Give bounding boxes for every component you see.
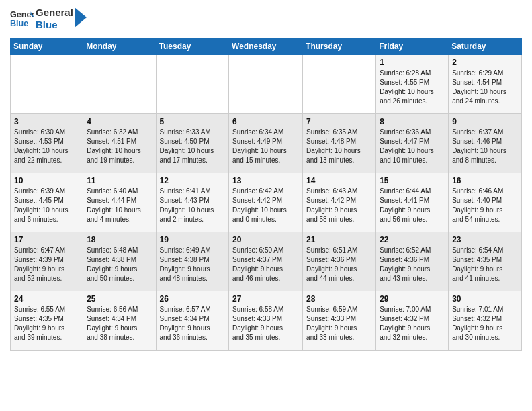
day-number: 9: [452, 117, 518, 126]
day-info: Sunrise: 6:54 AM Sunset: 4:35 PM Dayligh…: [452, 246, 518, 283]
day-number: 23: [452, 235, 518, 244]
day-number: 11: [87, 176, 152, 185]
day-info: Sunrise: 6:46 AM Sunset: 4:40 PM Dayligh…: [452, 187, 518, 224]
day-number: 3: [14, 117, 79, 126]
day-info: Sunrise: 6:47 AM Sunset: 4:39 PM Dayligh…: [14, 246, 79, 283]
day-number: 27: [232, 294, 299, 304]
day-info: Sunrise: 6:58 AM Sunset: 4:33 PM Dayligh…: [232, 305, 299, 342]
day-info: Sunrise: 6:48 AM Sunset: 4:38 PM Dayligh…: [87, 246, 152, 283]
day-info: Sunrise: 6:56 AM Sunset: 4:34 PM Dayligh…: [87, 305, 152, 342]
logo-general: General: [36, 7, 73, 19]
weekday-header-monday: Monday: [83, 38, 156, 55]
day-number: 24: [14, 294, 79, 304]
calendar-cell: 29Sunrise: 7:00 AM Sunset: 4:32 PM Dayli…: [376, 291, 449, 351]
calendar-cell: 27Sunrise: 6:58 AM Sunset: 4:33 PM Dayli…: [229, 291, 303, 351]
day-info: Sunrise: 6:30 AM Sunset: 4:53 PM Dayligh…: [14, 128, 79, 165]
day-number: 8: [380, 117, 445, 126]
logo-arrow-icon: [75, 7, 87, 28]
calendar-cell: [11, 55, 83, 114]
calendar-header: SundayMondayTuesdayWednesdayThursdayFrid…: [11, 38, 522, 55]
calendar-cell: 21Sunrise: 6:51 AM Sunset: 4:36 PM Dayli…: [303, 232, 376, 291]
day-number: 26: [160, 294, 226, 304]
logo-icon: General Blue: [10, 7, 34, 31]
page: General Blue General Blue SundayMondayTu…: [0, 0, 532, 411]
calendar-cell: 18Sunrise: 6:48 AM Sunset: 4:38 PM Dayli…: [83, 232, 156, 291]
svg-text:Blue: Blue: [10, 19, 28, 28]
calendar-cell: 4Sunrise: 6:32 AM Sunset: 4:51 PM Daylig…: [83, 114, 156, 173]
day-info: Sunrise: 6:29 AM Sunset: 4:54 PM Dayligh…: [452, 68, 518, 106]
day-number: 19: [160, 235, 226, 244]
calendar-cell: 20Sunrise: 6:50 AM Sunset: 4:37 PM Dayli…: [229, 232, 303, 291]
logo: General Blue General Blue: [10, 7, 87, 31]
day-number: 21: [306, 235, 372, 244]
day-info: Sunrise: 6:32 AM Sunset: 4:51 PM Dayligh…: [87, 128, 152, 165]
calendar-cell: 13Sunrise: 6:42 AM Sunset: 4:42 PM Dayli…: [229, 173, 303, 232]
calendar-cell: 10Sunrise: 6:39 AM Sunset: 4:45 PM Dayli…: [11, 173, 83, 232]
calendar-cell: 25Sunrise: 6:56 AM Sunset: 4:34 PM Dayli…: [83, 291, 156, 351]
calendar-cell: 26Sunrise: 6:57 AM Sunset: 4:34 PM Dayli…: [156, 291, 229, 351]
day-info: Sunrise: 7:00 AM Sunset: 4:32 PM Dayligh…: [380, 305, 445, 342]
day-info: Sunrise: 6:43 AM Sunset: 4:42 PM Dayligh…: [306, 187, 372, 224]
calendar-cell: 5Sunrise: 6:33 AM Sunset: 4:50 PM Daylig…: [156, 114, 229, 173]
weekday-header-tuesday: Tuesday: [156, 38, 229, 55]
calendar-cell: [229, 55, 303, 114]
day-info: Sunrise: 6:34 AM Sunset: 4:49 PM Dayligh…: [232, 128, 299, 165]
day-number: 18: [87, 235, 152, 244]
week-row-4: 17Sunrise: 6:47 AM Sunset: 4:39 PM Dayli…: [11, 232, 522, 291]
day-number: 20: [232, 235, 299, 244]
day-info: Sunrise: 6:52 AM Sunset: 4:36 PM Dayligh…: [380, 246, 445, 283]
calendar-cell: 22Sunrise: 6:52 AM Sunset: 4:36 PM Dayli…: [376, 232, 449, 291]
calendar-cell: 2Sunrise: 6:29 AM Sunset: 4:54 PM Daylig…: [449, 55, 522, 114]
week-row-1: 1Sunrise: 6:28 AM Sunset: 4:55 PM Daylig…: [11, 55, 522, 114]
day-number: 29: [380, 294, 445, 304]
calendar-cell: 28Sunrise: 6:59 AM Sunset: 4:33 PM Dayli…: [303, 291, 376, 351]
day-number: 5: [160, 117, 226, 126]
day-info: Sunrise: 6:33 AM Sunset: 4:50 PM Dayligh…: [160, 128, 226, 165]
weekday-header-thursday: Thursday: [303, 38, 376, 55]
day-number: 15: [380, 176, 445, 185]
calendar-cell: 16Sunrise: 6:46 AM Sunset: 4:40 PM Dayli…: [449, 173, 522, 232]
day-number: 16: [452, 176, 518, 185]
day-info: Sunrise: 6:51 AM Sunset: 4:36 PM Dayligh…: [306, 246, 372, 283]
day-info: Sunrise: 6:49 AM Sunset: 4:38 PM Dayligh…: [160, 246, 226, 283]
day-number: 13: [232, 176, 299, 185]
calendar-cell: 15Sunrise: 6:44 AM Sunset: 4:41 PM Dayli…: [376, 173, 449, 232]
day-info: Sunrise: 6:50 AM Sunset: 4:37 PM Dayligh…: [232, 246, 299, 283]
calendar-cell: 17Sunrise: 6:47 AM Sunset: 4:39 PM Dayli…: [11, 232, 83, 291]
day-number: 30: [452, 294, 518, 304]
day-number: 28: [306, 294, 372, 304]
day-info: Sunrise: 6:36 AM Sunset: 4:47 PM Dayligh…: [380, 128, 445, 165]
day-info: Sunrise: 6:41 AM Sunset: 4:43 PM Dayligh…: [160, 187, 226, 224]
day-info: Sunrise: 6:28 AM Sunset: 4:55 PM Dayligh…: [380, 68, 445, 106]
day-number: 1: [380, 58, 445, 67]
week-row-5: 24Sunrise: 6:55 AM Sunset: 4:35 PM Dayli…: [11, 291, 522, 351]
calendar-cell: 9Sunrise: 6:37 AM Sunset: 4:46 PM Daylig…: [449, 114, 522, 173]
calendar-cell: 7Sunrise: 6:35 AM Sunset: 4:48 PM Daylig…: [303, 114, 376, 173]
day-number: 14: [306, 176, 372, 185]
day-number: 4: [87, 117, 152, 126]
day-info: Sunrise: 6:39 AM Sunset: 4:45 PM Dayligh…: [14, 187, 79, 224]
day-number: 10: [14, 176, 79, 185]
day-number: 22: [380, 235, 445, 244]
header: General Blue General Blue: [10, 7, 522, 31]
day-number: 7: [306, 117, 372, 126]
day-info: Sunrise: 7:01 AM Sunset: 4:32 PM Dayligh…: [452, 305, 518, 342]
calendar: SundayMondayTuesdayWednesdayThursdayFrid…: [10, 38, 522, 351]
calendar-cell: 12Sunrise: 6:41 AM Sunset: 4:43 PM Dayli…: [156, 173, 229, 232]
calendar-cell: 23Sunrise: 6:54 AM Sunset: 4:35 PM Dayli…: [449, 232, 522, 291]
calendar-cell: 1Sunrise: 6:28 AM Sunset: 4:55 PM Daylig…: [376, 55, 449, 114]
day-number: 12: [160, 176, 226, 185]
day-info: Sunrise: 6:35 AM Sunset: 4:48 PM Dayligh…: [306, 128, 372, 165]
weekday-header-saturday: Saturday: [449, 38, 522, 55]
week-row-3: 10Sunrise: 6:39 AM Sunset: 4:45 PM Dayli…: [11, 173, 522, 232]
calendar-cell: [83, 55, 156, 114]
weekday-header-sunday: Sunday: [11, 38, 83, 55]
day-info: Sunrise: 6:40 AM Sunset: 4:44 PM Dayligh…: [87, 187, 152, 224]
day-number: 2: [452, 58, 518, 67]
logo-blue: Blue: [36, 19, 73, 31]
day-info: Sunrise: 6:42 AM Sunset: 4:42 PM Dayligh…: [232, 187, 299, 224]
calendar-cell: 11Sunrise: 6:40 AM Sunset: 4:44 PM Dayli…: [83, 173, 156, 232]
svg-marker-3: [75, 7, 87, 28]
day-number: 17: [14, 235, 79, 244]
calendar-cell: 3Sunrise: 6:30 AM Sunset: 4:53 PM Daylig…: [11, 114, 83, 173]
